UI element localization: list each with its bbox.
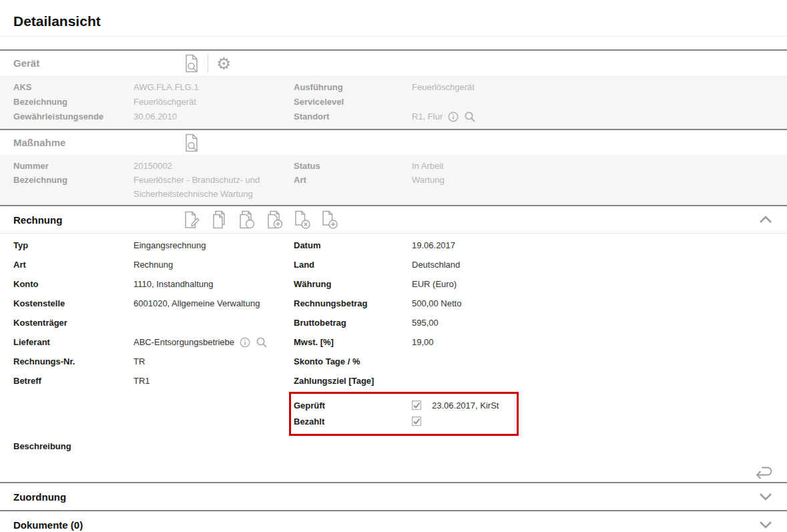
field-value: ABC-Entsorgungsbetriebe [134, 332, 234, 352]
info-icon[interactable] [240, 337, 250, 348]
field-value: 30.06.2010 [134, 109, 294, 124]
field-label: Art [294, 173, 412, 201]
field-label: Servicelevel [294, 95, 412, 109]
field-label: Währung [294, 274, 412, 294]
section-title-zuordnung: Zuordnung [13, 491, 66, 503]
massnahme-toolbar [184, 134, 200, 152]
field-value: AWG.FLA.FLG.1 [134, 80, 294, 95]
undo-row [0, 462, 787, 482]
field-value: Feuerlöschgerät [134, 95, 294, 109]
field-value: Rechnung [134, 255, 294, 274]
geprueft-note: 23.06.2017, KirSt [432, 401, 499, 411]
field-value: Deutschland [412, 255, 787, 274]
field-value: 19.06.2017 [412, 236, 787, 255]
field-label: Bezeichnung [13, 95, 134, 109]
geraet-fields: AKS AWG.FLA.FLG.1 Ausführung Feuerlöschg… [0, 75, 787, 129]
document-copy-circle-icon[interactable] [237, 210, 256, 229]
expand-section-icon[interactable] [759, 521, 772, 529]
geraet-toolbar: ⚙ [184, 54, 231, 73]
geprueft-row: Geprüft 23.06.2017, KirSt [291, 397, 517, 413]
field-row: Rechnungs-Nr. TR Skonto Tage / % [0, 352, 787, 371]
section-header-dokumente[interactable]: Dokumente (0) [0, 511, 787, 532]
field-label: Kostenstelle [13, 294, 134, 313]
section-header-geraet: Gerät ⚙ [0, 51, 787, 75]
undo-icon[interactable] [754, 465, 774, 479]
field-row: Betreff TR1 Zahlungsziel [Tage] [0, 371, 787, 390]
field-value: Feuerlöschgerät [412, 80, 787, 95]
field-value: 595,00 [412, 313, 787, 332]
field-label: Typ [13, 236, 134, 255]
standort-value: R1, Flur [412, 109, 787, 124]
page-title: Detailansicht [0, 0, 787, 29]
field-value [412, 95, 787, 109]
highlight-annotation-box: Geprüft 23.06.2017, KirSt Bezahlt [289, 392, 519, 436]
field-row: Typ Eingangsrechnung Datum 19.06.2017 [0, 236, 787, 255]
field-label: Skonto Tage / % [294, 352, 412, 371]
field-value: Eingangsrechnung [134, 236, 294, 255]
field-value: In Arbeit [412, 159, 787, 173]
section-header-zuordnung[interactable]: Zuordnung [0, 483, 787, 510]
detail-view-page: Detailansicht Gerät ⚙ AKS AWG.FLA.FLG.1 … [0, 0, 787, 532]
field-label: Land [294, 255, 412, 274]
field-row: Nummer 20150002 Status In Arbeit [0, 159, 787, 173]
field-label: Rechnungs-Nr. [13, 352, 134, 371]
field-value: 19,00 [412, 332, 787, 352]
search-icon[interactable] [256, 336, 268, 348]
document-remove-icon[interactable] [293, 210, 311, 229]
section-header-rechnung: Rechnung [0, 206, 787, 233]
info-icon[interactable] [448, 111, 459, 122]
field-value: R1, Flur [412, 109, 443, 124]
field-row: AKS AWG.FLA.FLG.1 Ausführung Feuerlöschg… [0, 80, 787, 95]
field-value [412, 371, 787, 390]
field-label: Status [294, 159, 412, 173]
divider [208, 54, 208, 73]
field-label: Art [13, 255, 134, 274]
section-title-dokumente: Dokumente (0) [13, 519, 83, 531]
field-row: Konto 1110, Instandhaltung Währung EUR (… [0, 274, 787, 294]
field-label: Beschreibung [13, 441, 71, 451]
field-label: Lieferant [13, 332, 134, 352]
field-label: Bezahlt [294, 417, 412, 427]
field-row: Gewährleistungsende 30.06.2010 Standort … [0, 109, 787, 124]
field-value: TR1 [134, 371, 294, 390]
beschreibung-row: Beschreibung [0, 441, 787, 451]
lieferant-value: ABC-Entsorgungsbetriebe [134, 332, 294, 352]
field-value: EUR (Euro) [412, 274, 787, 294]
search-icon[interactable] [464, 111, 476, 123]
bezahlt-checkbox[interactable] [412, 417, 421, 426]
field-label: Bezeichnung [13, 173, 134, 201]
field-value: TR [134, 352, 294, 371]
expand-section-icon[interactable] [759, 493, 772, 501]
bezahlt-row: Bezahlt [291, 413, 517, 429]
field-label: AKS [13, 80, 134, 95]
document-preview-icon[interactable] [184, 134, 200, 152]
field-row: Bezeichnung Feuerlöschgerät Servicelevel [0, 95, 787, 109]
field-label: Standort [294, 109, 412, 124]
collapse-section-icon[interactable] [759, 216, 772, 224]
rechnung-toolbar [184, 210, 338, 229]
document-edit-icon[interactable] [184, 211, 201, 229]
field-label: Nummer [13, 159, 134, 173]
document-copy-icon[interactable] [210, 210, 228, 229]
document-add-icon[interactable] [320, 210, 338, 229]
gear-icon[interactable]: ⚙ [216, 55, 231, 72]
field-row: Art Rechnung Land Deutschland [0, 255, 787, 274]
field-label: Ausführung [294, 80, 412, 95]
document-copy-add-icon[interactable] [265, 210, 284, 229]
field-label: Konto [13, 274, 134, 294]
geprueft-checkbox[interactable] [412, 401, 421, 410]
field-value: 500,00 Netto [412, 294, 787, 313]
massnahme-fields: Nummer 20150002 Status In Arbeit Bezeich… [0, 155, 787, 205]
field-label: Gewährleistungsende [13, 109, 134, 124]
field-value: Wartung [412, 173, 787, 201]
section-title-geraet: Gerät [0, 57, 184, 69]
field-value: 6001020, Allgemeine Verwaltung [134, 294, 294, 313]
field-label: Datum [294, 236, 412, 255]
section-title-rechnung: Rechnung [0, 214, 184, 226]
field-row: Kostenträger Bruttobetrag 595,00 [0, 313, 787, 332]
document-preview-icon[interactable] [184, 54, 200, 73]
field-label: Betreff [13, 371, 134, 390]
field-label: Mwst. [%] [294, 332, 412, 352]
field-value [412, 352, 787, 371]
field-label: Kostenträger [13, 313, 134, 332]
